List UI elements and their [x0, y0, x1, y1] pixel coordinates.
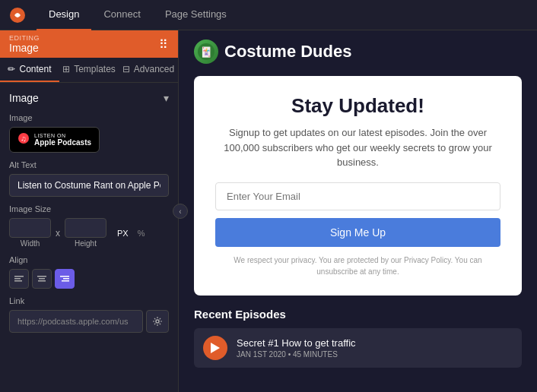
apple-podcasts-label: Apple Podcasts — [34, 138, 91, 147]
apple-badge-text: Listen on Apple Podcasts — [34, 133, 91, 147]
section-title: Image — [9, 92, 39, 104]
signup-heading: Stay Updated! — [215, 94, 500, 118]
svg-text:🃏: 🃏 — [200, 46, 213, 58]
play-button[interactable] — [203, 336, 227, 360]
episode-meta: JAN 1ST 2020 • 45 MINUTES — [237, 350, 356, 359]
top-nav: Design Connect Page Settings — [0, 0, 537, 30]
image-size-label: Image Size — [9, 204, 169, 213]
panel-content: Image ▾ Image ♫ Listen on Apple Podcasts… — [0, 83, 178, 392]
templates-icon: ⊞ — [62, 64, 70, 74]
collapse-arrow[interactable]: ▾ — [164, 92, 169, 104]
tab-templates[interactable]: ⊞ Templates — [59, 58, 119, 82]
pct-unit-btn[interactable]: % — [135, 227, 148, 239]
app-logo — [9, 7, 26, 24]
alt-text-input[interactable] — [9, 174, 169, 197]
svg-rect-4 — [14, 278, 21, 280]
advanced-icon: ⊟ — [122, 64, 130, 74]
height-label: Height — [75, 239, 97, 248]
width-input[interactable] — [9, 218, 51, 238]
size-separator: x — [56, 228, 60, 239]
align-row — [9, 269, 169, 289]
apple-badge-image[interactable]: ♫ Listen on Apple Podcasts — [9, 127, 100, 153]
episode-card: Secret #1 How to get traffic JAN 1ST 202… — [194, 328, 522, 368]
editing-header: EDITING Image ⠿ — [0, 30, 178, 58]
link-settings-btn[interactable] — [146, 310, 169, 333]
nav-tab-design[interactable]: Design — [37, 0, 91, 30]
align-left-icon — [14, 274, 24, 283]
svg-rect-5 — [14, 280, 22, 282]
svg-rect-3 — [14, 276, 24, 277]
privacy-text: We respect your privacy. You are protect… — [215, 254, 500, 277]
site-name: Costume Dudes — [224, 42, 351, 62]
svg-rect-7 — [39, 278, 45, 280]
episode-info: Secret #1 How to get traffic JAN 1ST 202… — [237, 337, 356, 359]
link-row — [9, 310, 169, 333]
content-icon: ✏ — [8, 64, 15, 74]
tab-content[interactable]: ✏ Content — [0, 58, 59, 82]
link-input[interactable] — [9, 310, 143, 333]
logo-icon: 🃏 — [194, 40, 218, 64]
width-group: Width — [9, 218, 51, 248]
gear-icon — [152, 316, 163, 327]
signup-description: Signup to get updates on our latest epis… — [215, 125, 500, 170]
image-section-header: Image ▾ — [9, 92, 169, 104]
panel-tabs: ✏ Content ⊞ Templates ⊟ Advanced — [0, 58, 178, 83]
svg-rect-10 — [63, 278, 69, 280]
nav-tab-page-settings[interactable]: Page Settings — [153, 0, 239, 30]
tab-advanced[interactable]: ⊟ Advanced — [119, 58, 178, 82]
nav-tab-connect[interactable]: Connect — [91, 0, 152, 30]
px-unit-btn[interactable]: PX — [114, 227, 132, 239]
svg-marker-15 — [211, 343, 220, 353]
align-right-icon — [60, 274, 69, 283]
listen-label: Listen on — [34, 133, 91, 138]
editing-title: Image — [9, 42, 40, 54]
svg-rect-9 — [60, 276, 69, 277]
nav-tabs: Design Connect Page Settings — [37, 0, 239, 30]
height-input[interactable] — [65, 218, 106, 238]
resize-handle[interactable]: ‹ — [173, 204, 188, 219]
play-icon — [211, 343, 220, 353]
signup-button[interactable]: Sign Me Up — [215, 218, 500, 247]
editing-info: EDITING Image — [9, 34, 40, 54]
signup-card: Stay Updated! Signup to get updates on o… — [194, 76, 522, 296]
height-group: Height — [65, 218, 106, 248]
unit-row: PX % — [114, 227, 148, 239]
right-panel: 🃏 Costume Dudes Stay Updated! Signup to … — [179, 30, 537, 392]
align-left-btn[interactable] — [9, 269, 29, 289]
image-label: Image — [9, 113, 169, 122]
email-input[interactable] — [215, 182, 500, 210]
grid-icon: ⠿ — [159, 37, 169, 52]
episode-title: Secret #1 How to get traffic — [237, 337, 356, 349]
site-logo: 🃏 Costume Dudes — [194, 40, 351, 64]
recent-episodes-title: Recent Episodes — [194, 308, 522, 321]
align-right-btn[interactable] — [55, 269, 75, 289]
recent-section: Recent Episodes Secret #1 How to get tra… — [179, 299, 537, 374]
svg-text:♫: ♫ — [21, 134, 27, 143]
main-area: EDITING Image ⠿ ✏ Content ⊞ Templates ⊟ … — [0, 30, 537, 392]
apple-icon: ♫ — [17, 132, 30, 147]
align-center-btn[interactable] — [32, 269, 52, 289]
align-label: Align — [9, 255, 169, 264]
svg-rect-8 — [38, 280, 46, 282]
size-row: Width x Height PX % — [9, 218, 169, 248]
align-center-icon — [37, 274, 46, 283]
editing-label: EDITING — [9, 34, 40, 42]
width-label: Width — [21, 239, 40, 248]
svg-rect-11 — [62, 280, 69, 282]
alt-text-label: Alt Text — [9, 160, 169, 169]
left-panel: EDITING Image ⠿ ✏ Content ⊞ Templates ⊟ … — [0, 30, 179, 392]
svg-point-12 — [156, 320, 159, 323]
svg-rect-6 — [37, 276, 46, 277]
site-header: 🃏 Costume Dudes — [179, 30, 537, 73]
preview-content: 🃏 Costume Dudes Stay Updated! Signup to … — [179, 30, 537, 392]
link-field-label: Link — [9, 296, 169, 305]
joker-logo: 🃏 — [197, 43, 215, 61]
